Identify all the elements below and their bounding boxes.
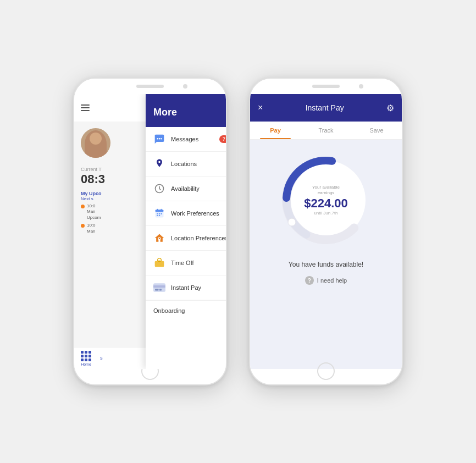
- location-icon: [153, 158, 165, 170]
- pay-icon: [153, 282, 165, 294]
- current-time-value: 08:3: [74, 172, 146, 186]
- avatar-person: [85, 130, 107, 158]
- scene: Current T 08:3 My Upco Next s 10:0 Man U…: [51, 56, 425, 407]
- tab-track[interactable]: Track: [301, 122, 351, 139]
- svg-rect-11: [157, 215, 158, 216]
- left-phone-content: Current T 08:3 My Upco Next s 10:0 Man U…: [74, 94, 226, 369]
- time-off-label: Time Off: [171, 260, 194, 266]
- upcoming-title: My Upco: [81, 191, 139, 196]
- close-button[interactable]: ×: [258, 103, 263, 113]
- onboarding-label: Onboarding: [153, 307, 185, 314]
- menu-item-availability[interactable]: Availability: [146, 177, 226, 201]
- svg-point-0: [157, 138, 158, 140]
- menu-item-instant-pay[interactable]: Instant Pay: [146, 275, 226, 300]
- svg-rect-5: [156, 210, 164, 212]
- svg-rect-16: [158, 261, 161, 262]
- phone-speaker: [136, 85, 164, 88]
- gauge-center: Your availableearnings $224.00 until Jun…: [304, 185, 348, 216]
- gear-icon[interactable]: ⚙: [386, 103, 394, 113]
- upcoming-item-2: 10:0 Man: [81, 223, 139, 234]
- menu-item-work-preferences[interactable]: Work Preferences: [146, 201, 226, 226]
- gauge-amount: $224.00: [304, 196, 348, 211]
- svg-point-2: [160, 138, 162, 140]
- more-panel: More Messages 7: [146, 94, 226, 369]
- gauge-available-label: Your availableearnings: [304, 185, 348, 196]
- messages-badge: 7: [219, 135, 226, 143]
- funds-message: You have funds available!: [289, 261, 363, 268]
- instant-pay-label: Instant Pay: [171, 284, 201, 291]
- chat-icon: [153, 133, 165, 145]
- upcoming-item-1: 10:0 Man Upcom: [81, 203, 139, 221]
- svg-point-24: [288, 218, 296, 226]
- home-label: Home: [81, 362, 91, 366]
- work-preferences-label: Work Preferences: [171, 210, 219, 217]
- right-phone-top-bar: [250, 79, 402, 94]
- svg-rect-9: [159, 213, 160, 214]
- clock-icon: [153, 183, 165, 195]
- menu-item-time-off[interactable]: Time Off: [146, 251, 226, 275]
- left-phone: Current T 08:3 My Upco Next s 10:0 Man U…: [73, 78, 227, 385]
- hamburger-line-3: [81, 110, 90, 111]
- upcoming-text-2: 10:0 Man: [87, 223, 96, 234]
- gauge-until: until Jun.7th: [304, 211, 348, 216]
- tab-pay[interactable]: Pay: [250, 122, 301, 139]
- right-phone-speaker: [312, 85, 340, 88]
- hamburger-line-1: [81, 104, 90, 106]
- right-phone: × Instant Pay ⚙ Pay Track Save: [249, 78, 403, 385]
- location-preferences-label: Location Preferences: [171, 235, 226, 241]
- home-grid-icon: [81, 351, 91, 361]
- current-time-label: Current T: [74, 164, 146, 172]
- svg-rect-10: [161, 213, 163, 214]
- dot-orange-2: [81, 224, 85, 228]
- svg-rect-12: [159, 215, 160, 216]
- locations-label: Locations: [171, 161, 197, 167]
- ip-header: × Instant Pay ⚙: [250, 94, 402, 122]
- avatar: [81, 128, 110, 158]
- ip-tabs: Pay Track Save: [250, 122, 402, 140]
- help-icon: ?: [305, 276, 314, 285]
- home-nav-item[interactable]: Home: [81, 351, 91, 366]
- more-header: More: [146, 94, 226, 127]
- messages-label: Messages: [171, 136, 198, 142]
- calendar-icon: [153, 207, 165, 219]
- menu-item-onboarding[interactable]: Onboarding: [146, 300, 226, 321]
- ip-title: Instant Pay: [306, 103, 344, 112]
- menu-item-location-preferences[interactable]: Location Preferences: [146, 226, 226, 251]
- right-home-button[interactable]: [317, 362, 335, 380]
- svg-rect-18: [153, 285, 165, 288]
- gauge-container: Your availableearnings $224.00 until Jun…: [276, 151, 375, 250]
- svg-rect-20: [159, 289, 162, 290]
- main-app-header: [74, 94, 146, 122]
- hamburger-icon[interactable]: [81, 104, 90, 111]
- secondary-nav-item[interactable]: S: [100, 356, 103, 360]
- help-button[interactable]: ? I need help: [305, 276, 347, 285]
- right-phone-bottom-bar: [250, 369, 402, 384]
- left-phone-bottom-bar: [74, 369, 226, 384]
- menu-item-messages[interactable]: Messages 7: [146, 127, 226, 152]
- availability-label: Availability: [171, 185, 200, 192]
- dot-orange-1: [81, 205, 85, 208]
- more-header-title: More: [153, 107, 177, 118]
- hamburger-line-2: [81, 107, 90, 108]
- svg-rect-19: [155, 289, 158, 290]
- instant-pay-screen: × Instant Pay ⚙ Pay Track Save: [250, 94, 402, 369]
- ip-body: Your availableearnings $224.00 until Jun…: [250, 140, 402, 369]
- upcoming-section: My Upco Next s 10:0 Man Upcom: [74, 186, 146, 239]
- right-phone-content: × Instant Pay ⚙ Pay Track Save: [250, 94, 402, 369]
- tab-save[interactable]: Save: [351, 122, 402, 139]
- left-phone-top-bar: [74, 79, 226, 94]
- svg-rect-6: [157, 209, 158, 211]
- bottom-nav-bg: Home S: [74, 347, 146, 369]
- svg-rect-8: [157, 213, 158, 214]
- secondary-label: S: [100, 356, 103, 360]
- upcoming-next: Next s: [81, 196, 139, 201]
- main-app-bg: Current T 08:3 My Upco Next s 10:0 Man U…: [74, 94, 146, 369]
- left-phone-bg: Current T 08:3 My Upco Next s 10:0 Man U…: [74, 94, 226, 369]
- right-phone-camera: [359, 84, 363, 89]
- home-pref-icon: [153, 232, 165, 244]
- upcoming-text-1: 10:0 Man Upcom: [87, 203, 101, 221]
- help-label: I need help: [317, 277, 347, 284]
- phone-camera: [183, 84, 187, 89]
- briefcase-icon: [153, 257, 165, 269]
- menu-item-locations[interactable]: Locations: [146, 152, 226, 177]
